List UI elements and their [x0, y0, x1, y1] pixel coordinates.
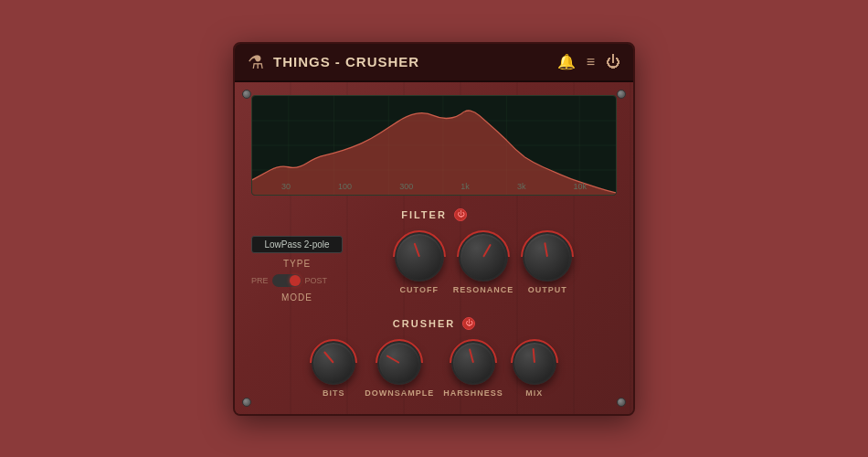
freq-3k: 3k [517, 182, 526, 191]
mix-label: MIX [525, 388, 543, 398]
mix-knob[interactable] [513, 341, 556, 385]
bits-group: BITS [312, 341, 355, 398]
filter-section: FILTER LowPass 2-pole TYPE PRE POST MODE [251, 208, 617, 303]
output-ring [510, 218, 585, 293]
toggle-knob [290, 275, 301, 286]
spectrum-display: 30 100 300 1k 3k 10k [251, 95, 617, 196]
filter-left-panel: LowPass 2-pole TYPE PRE POST MODE [251, 232, 343, 303]
filter-controls: LowPass 2-pole TYPE PRE POST MODE [251, 232, 617, 303]
title-controls: 🔔 ≡ ⏻ [557, 53, 620, 70]
crusher-section: CRUSHER BITS DOWNSAMPLE [251, 317, 617, 398]
crusher-title: CRUSHER [393, 318, 455, 329]
title-bar: ⚗ THINGS - CRUSHER 🔔 ≡ ⏻ [235, 44, 633, 82]
downsample-ring [365, 329, 433, 397]
output-label: OUTPUT [528, 285, 567, 294]
screw-top-right [617, 90, 626, 99]
screw-top-left [242, 90, 251, 99]
freq-1k: 1k [460, 182, 470, 191]
mode-pre-label: PRE [251, 276, 269, 285]
freq-300: 300 [399, 182, 413, 191]
harshness-label: HARSHNESS [443, 388, 503, 398]
freq-100: 100 [338, 182, 352, 191]
bits-label: BITS [323, 388, 345, 398]
filter-power-button[interactable] [454, 208, 467, 221]
harshness-knob[interactable] [451, 341, 495, 385]
bits-ring [300, 329, 367, 397]
resonance-group: RESONANCE [453, 232, 514, 294]
mode-row: PRE POST [251, 274, 343, 287]
filter-type-badge[interactable]: LowPass 2-pole [251, 236, 343, 253]
cutoff-ring [382, 218, 457, 293]
cutoff-label: CUTOFF [400, 285, 439, 294]
filter-mode-label: MODE [251, 292, 343, 303]
downsample-label: DOWNSAMPLE [365, 388, 434, 398]
mode-toggle[interactable] [272, 274, 302, 287]
bell-icon[interactable]: 🔔 [557, 53, 576, 70]
output-knob[interactable] [523, 232, 572, 282]
filter-title: FILTER [401, 209, 447, 220]
harshness-group: HARSHNESS [443, 341, 503, 398]
resonance-knob[interactable] [459, 232, 508, 282]
mix-ring [501, 329, 568, 397]
power-icon[interactable]: ⏻ [606, 54, 620, 70]
freq-labels: 30 100 300 1k 3k 10k [252, 182, 616, 191]
plugin-window: ⚗ THINGS - CRUSHER 🔔 ≡ ⏻ [233, 42, 635, 416]
screw-bottom-right [617, 398, 626, 407]
screw-bottom-left [242, 398, 251, 407]
mode-post-label: POST [305, 276, 328, 285]
harshness-ring [439, 329, 507, 397]
bits-knob[interactable] [312, 341, 355, 385]
crusher-knobs-row: BITS DOWNSAMPLE HARSHNESS [251, 341, 617, 398]
filter-knobs-row: CUTOFF RESONANCE OUTPUT [350, 232, 617, 294]
output-group: OUTPUT [523, 232, 572, 294]
menu-icon[interactable]: ≡ [587, 54, 595, 70]
app-icon: ⚗ [248, 51, 264, 73]
plugin-body: 30 100 300 1k 3k 10k FILTER LowPass 2-po… [235, 82, 633, 414]
resonance-ring [446, 218, 521, 293]
freq-10k: 10k [573, 182, 587, 191]
freq-30: 30 [281, 182, 291, 191]
downsample-knob[interactable] [377, 341, 421, 385]
crusher-header: CRUSHER [251, 317, 617, 330]
resonance-label: RESONANCE [453, 285, 514, 294]
filter-header: FILTER [251, 208, 617, 221]
cutoff-knob[interactable] [395, 232, 444, 282]
filter-type-label: TYPE [251, 259, 343, 269]
mix-group: MIX [513, 341, 556, 398]
crusher-power-button[interactable] [462, 317, 475, 330]
downsample-group: DOWNSAMPLE [365, 341, 434, 398]
app-title: THINGS - CRUSHER [273, 54, 548, 69]
cutoff-group: CUTOFF [395, 232, 444, 294]
